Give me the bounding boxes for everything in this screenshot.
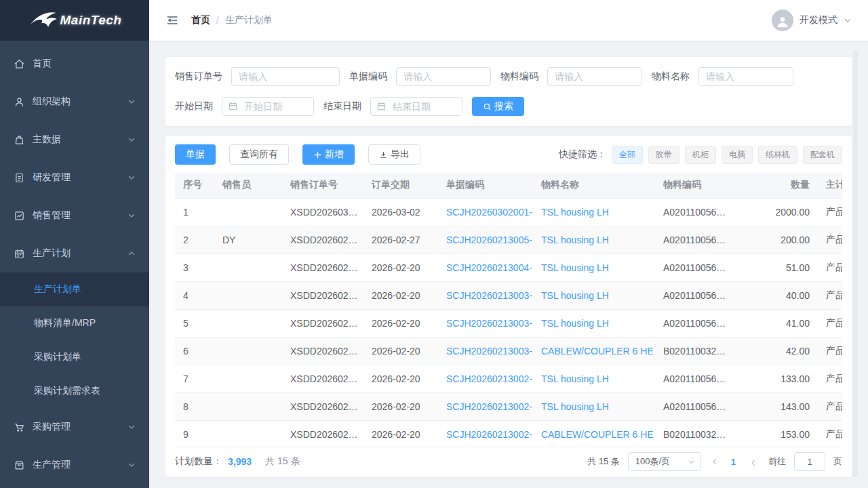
material-name-link[interactable]: TSL housing LH [541,235,609,245]
filter-panel: 销售订单号 单据编码 物料编码 物料名称 开始日期 [165,57,852,126]
material-name-link[interactable]: TSL housing LH [541,207,609,218]
sidebar-item-production-plan[interactable]: 生产计划 [0,235,149,272]
submenu-item-label: 采购计划需求表 [34,385,100,397]
material-code-input[interactable] [547,67,642,86]
material-name-link[interactable]: CABLEW/COUPLER 6 HE [541,346,654,357]
material-name-input[interactable] [698,67,793,86]
cell-material-code: B020110032… [655,337,736,365]
sales-order-input[interactable] [231,67,340,86]
cell-qty: 133.00 [736,365,818,392]
cell-delivery-date: 2026-02-20 [363,253,438,281]
menu-fold-icon[interactable] [165,14,179,27]
table-footer: 计划数量： 3,993 共 15 条 共 15 条 100条/页 1 前往 [175,447,842,476]
sidebar-item-sales[interactable]: 销售管理 [0,197,149,235]
chevron-down-icon [127,423,136,431]
material-name-link[interactable]: TSL housing LH [541,401,609,412]
cell-unit: 产品 [818,226,842,253]
filter-material-name: 物料名称 [652,67,793,86]
doc-code-link[interactable]: SCJH20260213004- [446,262,532,273]
sidebar-item-production-mgmt[interactable]: 生产管理 [0,446,149,484]
sidebar-item-label: 研发管理 [33,171,71,184]
material-name-link[interactable]: TSL housing LH [541,318,609,329]
page-scrollbar[interactable] [853,50,858,477]
next-page-button[interactable] [747,458,757,466]
export-button[interactable]: 导出 [368,144,420,165]
doc-code-link[interactable]: SCJH20260213002- [446,401,532,412]
doc-code-input[interactable] [396,67,491,86]
cell-sales-order: XSDD202603… [282,198,363,226]
material-name-link[interactable]: TSL housing LH [541,262,609,273]
chip-kit-machine[interactable]: 配套机 [803,146,842,164]
cell-material-code: A020110056… [655,226,736,253]
doc-code-link[interactable]: SCJH20260213002- [446,429,532,440]
breadcrumb-home[interactable]: 首页 [191,14,210,26]
cell-delivery-date: 2026-02-20 [363,281,438,309]
filter-label: 物料名称 [652,70,690,83]
submenu-item-purchase-demand[interactable]: 采购计划需求表 [0,374,149,408]
chip-all[interactable]: 全部 [612,146,643,164]
doc-code-link[interactable]: SCJH20260302001- [446,207,532,218]
doc-code-link[interactable]: SCJH20260213003- [446,346,532,357]
chevron-down-icon [127,461,136,469]
page-size-select[interactable]: 100条/页 [628,452,701,471]
filter-start-date: 开始日期 [175,97,314,116]
cell-doc-code: SCJH20260213002- [438,392,533,420]
sidebar-item-master-data[interactable]: 主数据 [0,121,149,159]
chip-paper-cup-machine[interactable]: 纸杯机 [758,146,797,164]
submenu-item-production-plan-list[interactable]: 生产计划单 [0,272,149,306]
toolbar: 单据 查询所有 新增 导出 快捷筛选： 全部 胶带 机柜 电脑 纸杯机 [175,144,842,165]
doc-code-link[interactable]: SCJH20260213003- [446,290,532,301]
doc-code-link[interactable]: SCJH20260213002- [446,373,532,384]
sidebar: MainTech 首页 组织架构 主数据 研发管理 [0,0,149,488]
table-row: 6XSDD202602…2026-02-20SCJH20260213003-CA… [175,337,842,365]
cell-salesperson [214,198,282,226]
material-name-link[interactable]: CABLEW/COUPLER 6 HE [541,429,654,440]
chip-tape[interactable]: 胶带 [648,146,679,164]
add-button[interactable]: 新增 [302,144,355,165]
sidebar-item-org[interactable]: 组织架构 [0,83,149,121]
cell-unit: 产品 [818,281,842,309]
search-button[interactable]: 搜索 [472,97,524,116]
cell-material-name: TSL housing LH [533,226,655,253]
doc-code-link[interactable]: SCJH20260213005- [446,235,532,245]
cell-no: 4 [175,281,214,309]
cell-material-name: CABLEW/COUPLER 6 HE [533,337,655,365]
table-row: 7XSDD202602…2026-02-20SCJH20260213002-TS… [175,365,842,392]
cell-doc-code: SCJH20260213004- [438,253,533,281]
pagination: 共 15 条 100条/页 1 前往 页 [587,452,842,471]
chip-computer[interactable]: 电脑 [722,146,753,164]
cell-material-code: A020110056… [655,281,736,309]
query-all-button[interactable]: 查询所有 [229,144,289,165]
cell-unit: 产品 [818,198,842,226]
doc-code-link[interactable]: SCJH20260213003- [446,318,532,329]
col-unit: 主计 [818,173,842,198]
page-number-1[interactable]: 1 [728,457,738,467]
prev-page-button[interactable] [709,458,720,466]
table-header-row: 序号 销售员 销售订单号 订单交期 单据编码 物料名称 物料编码 数量 主计 [175,173,842,198]
cell-sales-order: XSDD202602… [282,253,363,281]
cell-delivery-date: 2026-03-02 [363,198,438,226]
submenu-item-bom-mrp[interactable]: 物料清单/MRP [0,306,149,340]
user-menu[interactable]: 开发模式 [772,9,852,31]
sidebar-item-purchasing[interactable]: 采购管理 [0,408,149,446]
goto-page-input[interactable] [794,452,825,471]
cell-delivery-date: 2026-02-20 [363,337,438,365]
cell-salesperson: DY [214,226,282,253]
sidebar-item-home[interactable]: 首页 [0,45,149,83]
chip-cabinet[interactable]: 机柜 [685,146,716,164]
cell-no: 1 [175,198,214,226]
cell-no: 3 [175,253,214,281]
material-name-link[interactable]: TSL housing LH [541,373,609,384]
filter-doc-code: 单据编码 [349,67,491,86]
cell-sales-order: XSDD202602… [282,392,363,420]
cell-delivery-date: 2026-02-20 [363,420,438,447]
submenu-item-purchase-plan[interactable]: 采购计划单 [0,340,149,374]
material-name-link[interactable]: TSL housing LH [541,290,609,301]
topbar: 首页 / 生产计划单 开发模式 [149,0,868,41]
breadcrumb-separator: / [216,15,219,26]
plan-table-scroll-area[interactable]: 序号 销售员 销售订单号 订单交期 单据编码 物料名称 物料编码 数量 主计 1… [175,173,842,447]
cell-doc-code: SCJH20260213002- [438,420,533,447]
calendar-icon [376,101,387,111]
doc-button[interactable]: 单据 [175,144,216,165]
sidebar-item-rnd[interactable]: 研发管理 [0,159,149,197]
